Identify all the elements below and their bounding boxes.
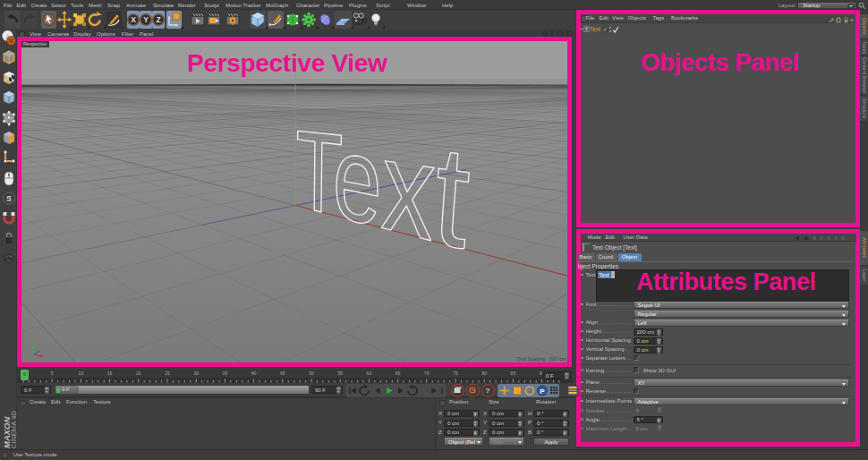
svg-text:?: ? (485, 387, 489, 395)
svg-text:P: P (540, 387, 545, 395)
